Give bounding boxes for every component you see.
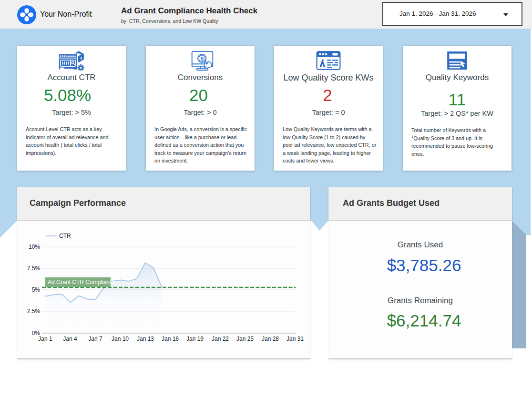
svg-text:Jan 25: Jan 25 — [236, 336, 254, 342]
svg-text:7.5%: 7.5% — [27, 265, 41, 272]
svg-text:2.5%: 2.5% — [27, 308, 41, 315]
svg-text:$: $ — [201, 55, 204, 61]
svg-text:Jan 10: Jan 10 — [112, 336, 129, 342]
svg-text:Jan 4: Jan 4 — [63, 336, 77, 342]
svg-text:Jan 16: Jan 16 — [162, 336, 179, 342]
svg-text:Jan 19: Jan 19 — [186, 336, 204, 342]
svg-text:Jan 13: Jan 13 — [137, 336, 154, 342]
svg-text:CTR: CTR — [59, 233, 71, 239]
svg-text:Jan 7: Jan 7 — [88, 336, 102, 342]
svg-text:5%: 5% — [32, 286, 41, 293]
svg-text:Jan 28: Jan 28 — [262, 336, 279, 342]
svg-text:Jan 31: Jan 31 — [286, 336, 304, 342]
svg-text:Jan 22: Jan 22 — [212, 336, 229, 342]
svg-text:Jan 1: Jan 1 — [38, 336, 52, 342]
svg-text:10%: 10% — [29, 244, 40, 250]
svg-text:Ad Grant CTR Compliance: Ad Grant CTR Compliance — [48, 279, 116, 285]
